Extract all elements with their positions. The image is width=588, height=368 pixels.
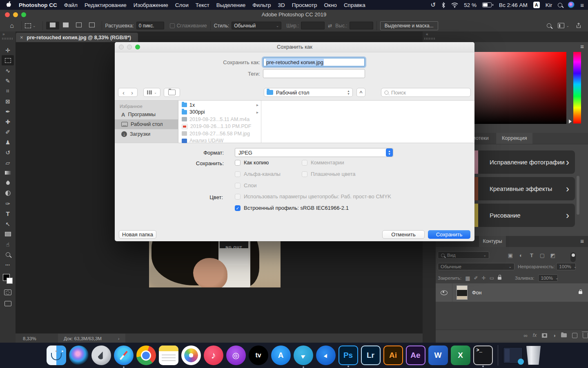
filename-input[interactable]: pre-retouched копия.jpg [263,58,365,67]
active-tool-icon[interactable] [25,23,31,28]
location-dropdown[interactable]: Рабочий стол ▲▼ [264,88,353,97]
dock-chrome-icon[interactable] [136,346,156,365]
menu-edit[interactable]: Редактирование [85,2,127,8]
subtract-selection-button[interactable] [72,22,85,29]
dialog-search-field[interactable]: Поиск [381,88,471,97]
new-selection-button[interactable] [46,22,59,29]
pen-tool[interactable]: ✑ [2,198,14,209]
lock-artboard-icon[interactable]: ▭ [490,275,494,281]
document-tab[interactable]: × pre-retouched копия.jpg @ 8,33% (RGB/8… [16,33,138,42]
dodge-tool[interactable] [2,188,14,198]
save-button[interactable]: Сохранить [428,230,470,239]
blur-tool[interactable] [2,178,14,188]
style-dropdown[interactable]: Обычный⌄ [232,22,281,29]
dock-appstore-icon[interactable]: A [271,346,291,365]
filter-adjustment-icon[interactable]: ◐ [516,252,526,258]
width-input[interactable] [301,22,325,29]
dock-trash-icon[interactable] [526,346,542,365]
new-group-icon[interactable] [561,333,567,337]
tags-input[interactable] [263,69,365,78]
cancel-button[interactable]: Отменить [382,230,425,239]
link-layers-icon[interactable]: ∞ [524,332,528,339]
tab-adjustments[interactable]: Коррекция [496,133,532,144]
document-sizes[interactable]: Док: 63,3M/63,3M › [58,334,125,343]
add-mask-icon[interactable] [542,333,547,338]
view-mode-dropdown[interactable]: ⌄ [143,88,160,97]
embed-profile-option[interactable]: ✓ Встроенный профиль: sRGB IEC61966-2.1 [235,205,349,211]
lock-pixels-icon[interactable]: ✐ [474,275,478,281]
crop-tool[interactable]: ⌗ [2,86,14,96]
filter-type-icon[interactable]: T [527,252,537,258]
dock-notes-icon[interactable] [159,346,178,365]
dock-safari-icon[interactable] [114,346,134,365]
back-button[interactable]: ‹ [122,89,125,96]
dock-illustrator-icon[interactable]: Ai [383,346,403,365]
menu-filter[interactable]: Фильтр [252,2,271,8]
time-machine-icon[interactable]: ↺ [431,1,436,9]
file-row-folder[interactable]: 300ppi ▸ [178,109,261,116]
frame-tool[interactable]: ⊠ [2,96,14,106]
type-tool[interactable]: T [2,209,14,219]
as-copy-option[interactable]: Как копию [235,159,269,166]
dock-word-icon[interactable]: W [428,346,448,365]
menubar-app-name[interactable]: Photoshop CC [19,2,57,8]
checkbox-checked[interactable]: ✓ [235,205,241,211]
new-layer-icon[interactable] [572,333,577,338]
layer-effects-icon[interactable]: fx [533,332,537,338]
layer-filter-dropdown[interactable]: Вид ⌄ [438,251,489,259]
bluetooth-icon[interactable] [441,2,445,8]
search-icon[interactable] [547,23,551,28]
up-folder-button[interactable]: ^ [356,88,365,97]
dock-photoshop-icon[interactable]: Ps [339,346,358,365]
blend-mode-dropdown[interactable]: Обычные⌄ [438,263,514,270]
menu-3d[interactable]: 3D [278,2,285,8]
healing-brush-tool[interactable]: ✚ [2,117,14,127]
dock-siri-icon[interactable] [69,346,89,365]
battery-icon[interactable] [482,2,493,7]
format-dropdown[interactable]: JPEG ▲▼ [235,148,393,157]
layer-visibility-eye-icon[interactable] [441,290,448,295]
paths-menu-icon[interactable]: ≡ [580,238,584,245]
layer-thumbnail[interactable] [457,285,468,300]
background-color[interactable] [7,278,13,284]
siri-icon[interactable] [568,2,575,8]
eyedropper-tool[interactable]: ✒ [2,106,14,117]
right-panel-collapse[interactable]: « [423,31,588,42]
height-input[interactable] [350,22,373,29]
dock-spark-icon[interactable]: ▸ [316,346,336,365]
cards-scrollbar[interactable] [577,176,579,215]
menu-select[interactable]: Выделение [216,2,246,8]
tab-paths[interactable]: Контуры [479,236,506,247]
dock-telegram-icon[interactable]: ▸ [294,346,313,365]
adjustment-layer-icon[interactable]: ◑ [552,332,556,339]
color-panel-menu-icon[interactable]: ≡ [580,43,584,50]
eraser-tool[interactable]: ▱ [2,157,14,168]
filter-toggle-switch[interactable] [570,252,576,262]
sidebar-item-desktop[interactable]: Рабочий стол [115,119,178,129]
keyboard-layout[interactable]: Kir [546,2,552,8]
filter-smart-object-icon[interactable]: ◩ [548,252,558,258]
tool-preset-chevron-icon[interactable]: ⌄ [33,24,36,28]
rectangular-marquee-tool[interactable] [2,55,14,65]
dock-finder-icon[interactable] [47,346,66,365]
photoshop-titlebar[interactable]: Adobe Photoshop CC 2019 [0,10,588,20]
lock-position-icon[interactable]: ✛ [482,275,486,281]
left-panel-collapse[interactable]: » [0,31,16,42]
zoom-level-field[interactable]: 8,33% [23,336,46,341]
menu-layers[interactable]: Слои [175,2,189,8]
gradient-tool[interactable] [2,168,14,178]
dock-podcasts-icon[interactable]: ◎ [226,346,246,365]
wifi-icon[interactable] [451,2,458,8]
hue-slider-arrow[interactable] [569,119,572,123]
close-tab-icon[interactable]: × [20,34,23,40]
share-icon[interactable] [576,22,581,29]
new-folder-button[interactable]: Новая папка [119,230,156,239]
screen-mode-button[interactable] [4,301,11,306]
dock-aftereffects-icon[interactable]: Ae [406,346,425,365]
layer-name[interactable]: Фон [472,290,481,296]
hand-tool[interactable]: ☝ [2,239,14,249]
dock-minimized-window[interactable] [503,347,523,364]
hue-strip[interactable] [573,52,581,123]
forward-button[interactable]: › [131,89,133,96]
edit-toolbar-icon[interactable]: ••• [2,260,14,270]
